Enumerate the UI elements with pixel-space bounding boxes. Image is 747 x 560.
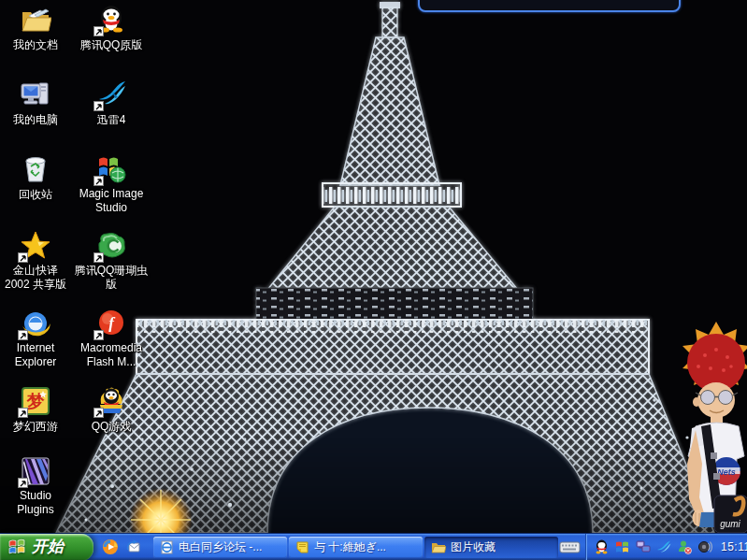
windows-flag-icon	[8, 538, 26, 556]
quick-launch	[101, 538, 143, 556]
qq-game-icon	[95, 385, 127, 417]
studio-plugins-icon	[20, 455, 51, 487]
desktop-icon-label: Internet Explorer	[15, 341, 57, 369]
task-title: 与 十:維她ぎ...	[314, 539, 386, 555]
taskbar: 开始	[0, 533, 747, 560]
desktop-icon-label: QQ游戏	[92, 420, 132, 434]
desktop-icon-label: 腾讯QQ珊瑚虫 版	[75, 264, 149, 292]
desktop-icon-recycle-bin[interactable]: 回收站	[0, 153, 75, 202]
tray-volume-icon[interactable]	[697, 539, 712, 555]
offscreen-window-edge[interactable]	[418, 0, 681, 12]
desktop-icon-flash[interactable]: f Macromedia Flash M...	[72, 308, 151, 369]
desktop-icon-thunder[interactable]: 迅雷4	[72, 79, 151, 127]
recycle-bin-icon	[20, 153, 51, 185]
system-tray: 15:11	[586, 534, 747, 560]
desktop-icon-label: Macromedia Flash M...	[80, 341, 142, 369]
desktop-icon-label: 梦幻西游	[13, 420, 58, 434]
tray-thunder-icon[interactable]	[655, 539, 671, 555]
desktop-icon-internet-explorer[interactable]: Internet Explorer	[0, 308, 75, 369]
desktop-icon-my-computer[interactable]: 我的电脑	[0, 79, 75, 127]
svg-text:Nets: Nets	[717, 467, 736, 477]
windows-media-player-icon[interactable]	[101, 538, 120, 556]
task-button-pictures[interactable]: 图片收藏	[424, 537, 558, 558]
task-button-forum[interactable]: 电白同乡论坛 -...	[153, 537, 287, 558]
tray-coral-qq-offline-icon[interactable]	[676, 539, 692, 555]
ie-page-icon	[160, 540, 174, 554]
desktop: 我的文档 腾讯QQ原版	[0, 0, 747, 560]
thunder-icon	[95, 79, 127, 110]
task-button-chat[interactable]: 与 十:維她ぎ...	[289, 537, 423, 558]
shortcut-arrow-icon	[93, 26, 104, 36]
desktop-icon-label: 回收站	[19, 188, 52, 202]
desktop-icon-my-documents[interactable]: 我的文档	[0, 4, 75, 52]
kingsoft-star-icon	[20, 230, 51, 262]
desktop-icon-label: 迅雷4	[97, 113, 126, 127]
taskbar-clock[interactable]: 15:11	[721, 540, 747, 553]
start-button[interactable]: 开始	[0, 534, 93, 560]
desktop-icon-label: 金山快译 2002 共享版	[5, 264, 66, 292]
task-buttons: 电白同乡论坛 -... 与 十:維她ぎ...	[152, 534, 559, 560]
desktop-icon-label: Magic Image Studio	[79, 187, 144, 215]
my-documents-icon	[20, 4, 51, 36]
shortcut-arrow-icon	[93, 330, 104, 340]
shortcut-arrow-icon	[93, 252, 104, 263]
flash-icon: f	[95, 308, 127, 339]
desktop-icon-label: 我的电脑	[13, 113, 58, 127]
desktop-icon-coral-qq[interactable]: 腾讯QQ珊瑚虫 版	[72, 230, 151, 292]
magic-image-studio-icon	[95, 153, 127, 185]
my-computer-icon	[20, 79, 51, 110]
desktop-icon-studio-plugins[interactable]: Studio Plugins	[0, 455, 75, 517]
shortcut-arrow-icon	[18, 330, 28, 340]
task-title: 图片收藏	[451, 539, 496, 555]
qq-icon	[95, 4, 127, 36]
sticky-note-icon	[295, 540, 309, 554]
shortcut-arrow-icon	[18, 252, 28, 263]
tray-network-icon[interactable]	[635, 539, 651, 555]
desktop-icon-menghuan-xiyou[interactable]: 梦 梦幻西游	[0, 385, 75, 434]
keyboard-input-indicator-icon[interactable]	[559, 540, 581, 554]
desktop-icon-magic-image-studio[interactable]: Magic Image Studio	[72, 153, 151, 215]
desktop-icon-label: 我的文档	[13, 38, 58, 52]
desktop-icon-qq[interactable]: 腾讯QQ原版	[72, 4, 151, 52]
desktop-icon-label: 腾讯QQ原版	[80, 38, 143, 52]
avatar-character: Nets gumi	[668, 314, 747, 533]
shortcut-arrow-icon	[93, 408, 104, 418]
tray-kingsoft-icon[interactable]	[614, 539, 630, 555]
desktop-icon-qq-game[interactable]: QQ游戏	[72, 385, 151, 434]
folder-icon	[431, 540, 446, 554]
coral-qq-icon	[95, 230, 127, 262]
taskbar-right: 15:11	[559, 534, 747, 560]
internet-explorer-icon	[20, 308, 51, 339]
task-title: 电白同乡论坛 -...	[179, 539, 262, 555]
shortcut-arrow-icon	[18, 478, 28, 488]
shortcut-arrow-icon	[93, 176, 104, 186]
start-button-label: 开始	[32, 536, 64, 559]
shortcut-arrow-icon	[18, 408, 28, 418]
svg-text:gumi: gumi	[720, 519, 740, 529]
menghuan-xiyou-icon: 梦	[20, 385, 51, 417]
shortcut-arrow-icon	[93, 101, 104, 111]
outlook-express-icon[interactable]	[124, 538, 143, 556]
desktop-icon-label: Studio Plugins	[17, 489, 53, 517]
desktop-icon-kingsoft-star[interactable]: 金山快译 2002 共享版	[0, 230, 75, 292]
tray-qq-icon[interactable]	[594, 539, 610, 555]
gumi-bag: gumi	[714, 495, 747, 533]
